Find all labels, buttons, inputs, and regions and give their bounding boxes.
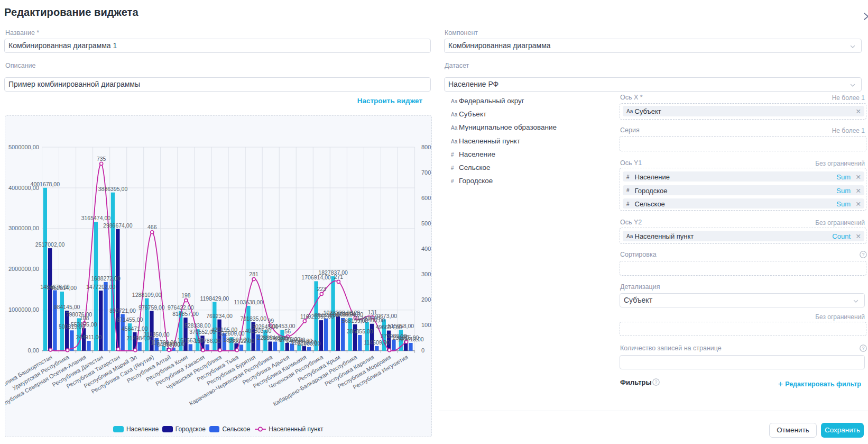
- svg-text:91000,00: 91000,00: [298, 340, 321, 347]
- svg-text:129: 129: [351, 310, 361, 316]
- svg-text:984145,00: 984145,00: [54, 304, 80, 310]
- svg-text:735: 735: [97, 156, 106, 162]
- svg-text:1288109,00: 1288109,00: [132, 292, 162, 298]
- svg-text:223: 223: [317, 286, 327, 292]
- svg-text:300: 300: [421, 271, 431, 277]
- svg-text:200: 200: [421, 296, 431, 303]
- svg-text:281: 281: [249, 271, 258, 277]
- svg-text:2000000,00: 2000000,00: [8, 266, 39, 272]
- svg-text:0: 0: [421, 347, 424, 354]
- svg-text:1198429,00: 1198429,00: [200, 295, 229, 302]
- svg-text:511453,00: 511453,00: [270, 323, 296, 329]
- svg-text:0,00: 0,00: [28, 347, 39, 354]
- svg-text:400: 400: [421, 246, 431, 252]
- svg-text:899721,00: 899721,00: [109, 307, 136, 314]
- svg-text:311350,00: 311350,00: [144, 331, 170, 338]
- svg-text:701835,00: 701835,00: [240, 315, 266, 322]
- svg-text:1000000,00: 1000000,00: [8, 306, 39, 313]
- svg-text:1477202,00: 1477202,00: [86, 284, 116, 290]
- svg-text:769234,00: 769234,00: [206, 313, 233, 319]
- svg-text:131: 131: [368, 309, 377, 315]
- svg-text:3165474,00: 3165474,00: [81, 215, 111, 221]
- svg-text:271: 271: [334, 274, 344, 280]
- svg-text:192413,00: 192413,00: [398, 336, 424, 342]
- svg-text:814857,00: 814857,00: [172, 311, 199, 317]
- svg-text:976759,00: 976759,00: [138, 304, 165, 311]
- svg-text:515058,00: 515058,00: [387, 323, 414, 329]
- svg-text:35: 35: [403, 334, 410, 340]
- svg-text:116: 116: [300, 313, 309, 320]
- svg-text:?: ?: [862, 346, 864, 351]
- svg-text:976422,00: 976422,00: [168, 304, 194, 311]
- svg-text:386855,00: 386855,00: [347, 328, 373, 334]
- svg-text:671455,00: 671455,00: [117, 316, 143, 323]
- svg-text:99: 99: [267, 318, 274, 324]
- svg-text:4001678,00: 4001678,00: [31, 181, 60, 187]
- svg-text:150022,00: 150022,00: [228, 338, 255, 344]
- svg-text:56: 56: [284, 328, 291, 334]
- svg-text:244911,00: 244911,00: [76, 334, 102, 340]
- svg-text:198: 198: [181, 292, 191, 298]
- svg-text:528338,00: 528338,00: [184, 322, 211, 329]
- svg-text:?: ?: [862, 252, 864, 257]
- svg-text:1452914,00: 1452914,00: [48, 285, 77, 291]
- svg-text:100: 100: [421, 322, 431, 328]
- svg-text:553155,00: 553155,00: [71, 321, 97, 328]
- svg-text:3886395,00: 3886395,00: [98, 186, 128, 192]
- svg-text:800: 800: [421, 144, 431, 150]
- svg-text:500: 500: [421, 220, 431, 226]
- svg-text:3000000,00: 3000000,00: [8, 225, 39, 231]
- svg-text:2986674,00: 2986674,00: [103, 222, 133, 229]
- svg-text:600: 600: [421, 195, 431, 201]
- svg-text:108: 108: [80, 315, 89, 321]
- svg-text:1827837,00: 1827837,00: [318, 269, 348, 276]
- svg-text:5000000,00: 5000000,00: [8, 144, 39, 150]
- svg-text:700: 700: [421, 169, 431, 176]
- svg-text:157786,00: 157786,00: [194, 338, 220, 344]
- svg-text:1103638,00: 1103638,00: [234, 299, 263, 305]
- svg-text:?: ?: [654, 379, 657, 385]
- svg-text:466: 466: [147, 224, 157, 230]
- svg-text:2517002,00: 2517002,00: [35, 241, 65, 248]
- svg-text:114509,00: 114509,00: [364, 339, 390, 346]
- svg-text:332609,00: 332609,00: [218, 330, 245, 337]
- svg-text:1688272,00: 1688272,00: [91, 275, 121, 282]
